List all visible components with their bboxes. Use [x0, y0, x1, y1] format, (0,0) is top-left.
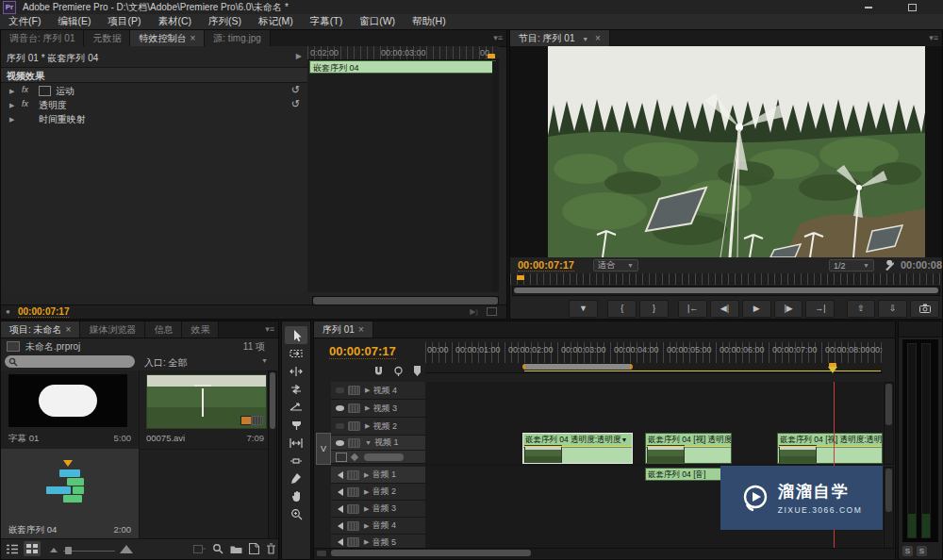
new-item-icon[interactable] [249, 543, 259, 554]
track-opacity-slider[interactable] [364, 453, 404, 461]
tab-program-monitor[interactable]: 节目: 序列 01 ▼ × [510, 30, 610, 46]
play-button[interactable]: ▶ [742, 300, 771, 318]
tab-media-browser[interactable]: 媒体浏览器 [80, 321, 145, 338]
encore-chapter-marker-icon[interactable] [392, 365, 405, 377]
lift-button[interactable]: ⇧ [847, 300, 876, 318]
track-header-video3[interactable]: ▶ 视频 3 [331, 400, 425, 418]
close-tab-icon[interactable]: × [595, 33, 601, 43]
tab-metadata[interactable]: 元数据 [84, 30, 130, 46]
project-vscroll-thumb[interactable] [270, 372, 275, 429]
rolling-edit-tool[interactable] [285, 380, 307, 398]
ripple-edit-tool[interactable] [285, 362, 307, 380]
set-display-style-icon[interactable] [336, 453, 347, 462]
sync-lock-icon[interactable] [348, 404, 360, 413]
restore-button[interactable] [903, 2, 920, 12]
menu-sequence[interactable]: 序列(S) [200, 15, 250, 28]
opacity-rubber-band[interactable] [778, 446, 882, 447]
timeline-hscroll-thumb[interactable] [331, 550, 531, 556]
expand-icon[interactable]: ▼ [365, 439, 372, 446]
mark-out-button[interactable]: } [639, 300, 669, 318]
zoom-tool[interactable] [285, 505, 307, 523]
slide-tool[interactable] [285, 452, 307, 469]
program-playhead-marker[interactable] [517, 275, 524, 280]
sync-lock-icon[interactable] [347, 504, 359, 514]
opacity-rubber-band[interactable] [646, 446, 731, 447]
collapse-icon[interactable]: ▶ [365, 422, 370, 430]
source-v-indicator[interactable]: V [316, 433, 331, 465]
track-header-video1[interactable]: ▼ 视频 1 [331, 436, 425, 451]
sync-lock-icon[interactable] [347, 487, 359, 497]
selection-tool[interactable] [285, 326, 307, 344]
snap-icon[interactable] [372, 365, 385, 377]
new-bin-icon[interactable] [230, 544, 242, 554]
tab-effect-controls[interactable]: 特效控制台× [130, 30, 205, 46]
panel-menu-icon[interactable]: ▾≡ [265, 324, 274, 334]
track-header-video2[interactable]: ▶ 视频 2 [331, 418, 425, 436]
project-item-00075avi[interactable]: 00075.avi 7:09 [139, 371, 272, 450]
extract-button[interactable]: ⇩ [878, 300, 907, 318]
fit-dropdown[interactable]: 适合 ▼ [593, 259, 638, 272]
toggle-output-icon[interactable] [336, 440, 344, 446]
close-tab-icon[interactable]: × [358, 324, 364, 335]
play-effect-icon[interactable]: ▶) [470, 307, 478, 316]
menu-file[interactable]: 文件(F) [0, 15, 49, 28]
menu-help[interactable]: 帮助(H) [404, 15, 455, 28]
ec-time-ruler[interactable]: 0:02:00 00:00:03:00 00 [307, 46, 499, 60]
solo-left-button[interactable]: S [902, 546, 913, 556]
program-hscrollbar[interactable] [512, 286, 940, 296]
razor-tool[interactable] [285, 416, 307, 434]
tab-source-monitor[interactable]: 源: timg.jpg [205, 30, 271, 46]
speaker-icon[interactable] [338, 471, 343, 479]
unnumbered-marker-icon[interactable] [412, 365, 422, 377]
pen-tool[interactable] [285, 469, 307, 487]
speaker-icon[interactable] [338, 505, 343, 513]
zoom-in-thumbnails-icon[interactable] [120, 545, 133, 553]
icon-view-button[interactable] [24, 541, 41, 556]
slip-tool[interactable] [285, 434, 307, 452]
collapse-icon[interactable]: ▶ [364, 488, 369, 496]
effect-row-motion[interactable]: ▶ fx 运动 ↺ [1, 84, 307, 98]
project-item-nested-seq04[interactable]: 嵌套序列 04 2:00 [1, 449, 140, 540]
tab-project[interactable]: 项目: 未命名× [1, 321, 80, 338]
step-forward-button[interactable]: |▶ [774, 300, 803, 318]
track-header-video1-options[interactable] [331, 451, 425, 464]
program-scrub-ruler[interactable] [510, 273, 942, 285]
trash-icon[interactable] [266, 543, 276, 554]
program-current-timecode[interactable]: 00:00:07:17 [518, 259, 574, 272]
chevron-down-icon[interactable]: ▼ [582, 36, 588, 42]
menu-clip[interactable]: 素材(C) [149, 15, 200, 28]
sync-lock-icon[interactable] [347, 537, 359, 547]
keyframe-icon[interactable] [351, 453, 358, 460]
sync-lock-icon[interactable] [347, 521, 359, 531]
track-header-audio1[interactable]: ▶ 音频 1 [331, 467, 425, 484]
step-back-button[interactable]: ◀| [710, 300, 739, 318]
search-input[interactable] [5, 355, 135, 368]
menu-marker[interactable]: 标记(M) [250, 15, 302, 28]
timeline-current-timecode[interactable]: 00:00:07:17 [329, 344, 396, 359]
timeline-video-vscrollbar[interactable] [884, 382, 894, 465]
collapse-icon[interactable]: ▶ [9, 88, 14, 95]
panel-menu-icon[interactable]: ▾≡ [929, 33, 938, 42]
tab-info[interactable]: 信息 [145, 321, 182, 338]
sync-lock-icon[interactable] [348, 386, 360, 395]
speaker-icon[interactable] [338, 538, 343, 546]
collapse-icon[interactable]: ▶ [9, 102, 14, 109]
timeline-audio-vscrollbar[interactable] [884, 467, 894, 552]
speaker-icon[interactable] [338, 522, 343, 530]
timeline-view-toggle-icon[interactable]: ▶ [296, 52, 302, 60]
collapse-icon[interactable]: ▶ [364, 505, 369, 513]
add-marker-button[interactable]: ▼ [569, 300, 598, 318]
toggle-output-icon[interactable] [336, 423, 344, 429]
reset-icon[interactable]: ↺ [291, 98, 300, 110]
collapse-icon[interactable]: ▶ [364, 538, 369, 546]
zoom-out-thumbnails-icon[interactable] [50, 548, 58, 552]
menu-window[interactable]: 窗口(W) [351, 15, 404, 28]
track-zoom-handle[interactable] [317, 551, 326, 556]
ec-hscroll-thumb[interactable] [313, 297, 498, 305]
mark-in-button[interactable]: { [607, 300, 637, 318]
effect-row-time-remapping[interactable]: ▶ 时间重映射 [1, 112, 307, 126]
ec-clip-bar[interactable]: 嵌套序列 04 [309, 60, 496, 74]
settings-wrench-icon[interactable] [884, 260, 895, 272]
list-view-icon[interactable] [7, 544, 18, 554]
go-to-in-button[interactable]: |← [678, 300, 707, 318]
